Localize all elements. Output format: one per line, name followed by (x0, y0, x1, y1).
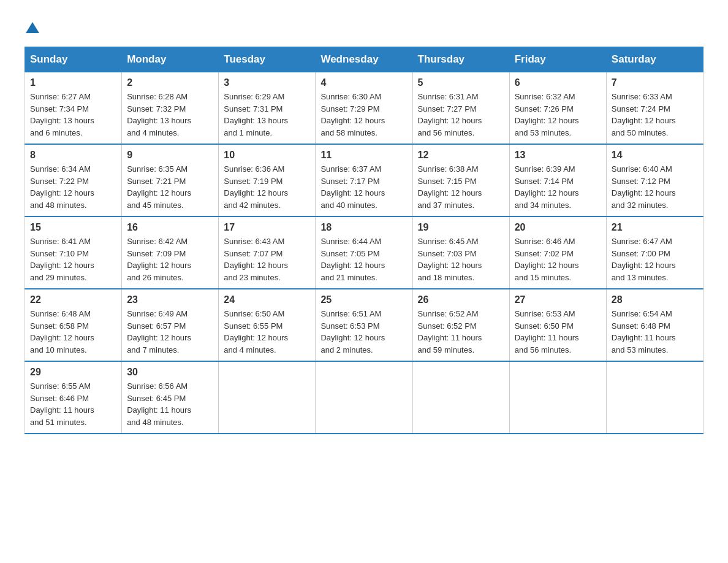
day-number: 29 (30, 367, 116, 378)
day-number: 24 (224, 294, 310, 305)
day-number: 14 (612, 150, 698, 161)
calendar-cell: 11Sunrise: 6:37 AMSunset: 7:17 PMDayligh… (316, 144, 412, 216)
calendar-cell: 20Sunrise: 6:46 AMSunset: 7:02 PMDayligh… (509, 216, 606, 289)
day-number: 1 (30, 77, 116, 88)
day-info: Sunrise: 6:41 AMSunset: 7:10 PMDaylight:… (30, 236, 116, 283)
calendar-cell: 10Sunrise: 6:36 AMSunset: 7:19 PMDayligh… (219, 144, 316, 216)
day-info: Sunrise: 6:31 AMSunset: 7:27 PMDaylight:… (418, 91, 504, 139)
day-info: Sunrise: 6:33 AMSunset: 7:24 PMDaylight:… (612, 91, 698, 139)
header-friday: Friday (509, 47, 606, 72)
calendar-cell (316, 361, 412, 434)
day-number: 6 (515, 77, 601, 88)
calendar-cell: 12Sunrise: 6:38 AMSunset: 7:15 PMDayligh… (412, 144, 509, 216)
calendar-cell: 24Sunrise: 6:50 AMSunset: 6:55 PMDayligh… (219, 289, 316, 361)
day-info: Sunrise: 6:44 AMSunset: 7:05 PMDaylight:… (320, 236, 407, 283)
calendar-cell: 22Sunrise: 6:48 AMSunset: 6:58 PMDayligh… (25, 289, 122, 361)
day-number: 3 (224, 77, 310, 88)
calendar-cell: 30Sunrise: 6:56 AMSunset: 6:45 PMDayligh… (122, 361, 219, 434)
day-info: Sunrise: 6:43 AMSunset: 7:07 PMDaylight:… (224, 236, 310, 283)
day-info: Sunrise: 6:30 AMSunset: 7:29 PMDaylight:… (320, 91, 407, 139)
header-row: SundayMondayTuesdayWednesdayThursdayFrid… (25, 47, 703, 72)
day-info: Sunrise: 6:36 AMSunset: 7:19 PMDaylight:… (224, 163, 310, 211)
calendar-cell: 23Sunrise: 6:49 AMSunset: 6:57 PMDayligh… (122, 289, 219, 361)
logo-triangle-icon (26, 21, 39, 34)
day-number: 10 (224, 150, 310, 161)
header-saturday: Saturday (606, 47, 703, 72)
calendar-header: SundayMondayTuesdayWednesdayThursdayFrid… (25, 47, 703, 72)
day-number: 19 (418, 222, 504, 233)
page-header (25, 18, 703, 34)
day-number: 4 (320, 77, 407, 88)
day-info: Sunrise: 6:48 AMSunset: 6:58 PMDaylight:… (30, 308, 116, 356)
calendar-cell: 1Sunrise: 6:27 AMSunset: 7:34 PMDaylight… (25, 72, 122, 145)
calendar-cell: 16Sunrise: 6:42 AMSunset: 7:09 PMDayligh… (122, 216, 219, 289)
day-number: 13 (515, 150, 601, 161)
day-number: 26 (418, 294, 504, 305)
day-number: 11 (320, 150, 407, 161)
header-thursday: Thursday (412, 47, 509, 72)
calendar-cell: 6Sunrise: 6:32 AMSunset: 7:26 PMDaylight… (509, 72, 606, 145)
svg-marker-0 (26, 22, 39, 33)
day-info: Sunrise: 6:47 AMSunset: 7:00 PMDaylight:… (612, 236, 698, 283)
day-info: Sunrise: 6:52 AMSunset: 6:52 PMDaylight:… (418, 308, 504, 356)
day-number: 9 (127, 150, 213, 161)
day-number: 5 (418, 77, 504, 88)
calendar-cell: 15Sunrise: 6:41 AMSunset: 7:10 PMDayligh… (25, 216, 122, 289)
calendar-cell: 26Sunrise: 6:52 AMSunset: 6:52 PMDayligh… (412, 289, 509, 361)
day-number: 25 (320, 294, 407, 305)
header-monday: Monday (122, 47, 219, 72)
week-row-2: 8Sunrise: 6:34 AMSunset: 7:22 PMDaylight… (25, 144, 703, 216)
day-number: 15 (30, 222, 116, 233)
calendar-cell: 17Sunrise: 6:43 AMSunset: 7:07 PMDayligh… (219, 216, 316, 289)
day-number: 22 (30, 294, 116, 305)
calendar-body: 1Sunrise: 6:27 AMSunset: 7:34 PMDaylight… (25, 72, 703, 434)
header-tuesday: Tuesday (219, 47, 316, 72)
calendar-cell: 2Sunrise: 6:28 AMSunset: 7:32 PMDaylight… (122, 72, 219, 145)
day-info: Sunrise: 6:50 AMSunset: 6:55 PMDaylight:… (224, 308, 310, 356)
calendar-cell: 19Sunrise: 6:45 AMSunset: 7:03 PMDayligh… (412, 216, 509, 289)
day-number: 27 (515, 294, 601, 305)
calendar-cell: 18Sunrise: 6:44 AMSunset: 7:05 PMDayligh… (316, 216, 412, 289)
day-info: Sunrise: 6:34 AMSunset: 7:22 PMDaylight:… (30, 163, 116, 211)
calendar-cell: 7Sunrise: 6:33 AMSunset: 7:24 PMDaylight… (606, 72, 703, 145)
calendar-cell: 3Sunrise: 6:29 AMSunset: 7:31 PMDaylight… (219, 72, 316, 145)
calendar-cell: 5Sunrise: 6:31 AMSunset: 7:27 PMDaylight… (412, 72, 509, 145)
calendar-cell: 25Sunrise: 6:51 AMSunset: 6:53 PMDayligh… (316, 289, 412, 361)
day-number: 2 (127, 77, 213, 88)
day-number: 7 (612, 77, 698, 88)
day-info: Sunrise: 6:56 AMSunset: 6:45 PMDaylight:… (127, 380, 213, 428)
day-number: 20 (515, 222, 601, 233)
calendar-cell: 21Sunrise: 6:47 AMSunset: 7:00 PMDayligh… (606, 216, 703, 289)
calendar-cell: 4Sunrise: 6:30 AMSunset: 7:29 PMDaylight… (316, 72, 412, 145)
week-row-1: 1Sunrise: 6:27 AMSunset: 7:34 PMDaylight… (25, 72, 703, 145)
logo (25, 18, 39, 34)
day-info: Sunrise: 6:45 AMSunset: 7:03 PMDaylight:… (418, 236, 504, 283)
day-number: 18 (320, 222, 407, 233)
calendar-cell (509, 361, 606, 434)
day-number: 21 (612, 222, 698, 233)
day-number: 16 (127, 222, 213, 233)
day-info: Sunrise: 6:49 AMSunset: 6:57 PMDaylight:… (127, 308, 213, 356)
calendar-cell: 9Sunrise: 6:35 AMSunset: 7:21 PMDaylight… (122, 144, 219, 216)
day-number: 30 (127, 367, 213, 378)
day-number: 8 (30, 150, 116, 161)
calendar-cell: 14Sunrise: 6:40 AMSunset: 7:12 PMDayligh… (606, 144, 703, 216)
day-info: Sunrise: 6:35 AMSunset: 7:21 PMDaylight:… (127, 163, 213, 211)
day-number: 12 (418, 150, 504, 161)
day-info: Sunrise: 6:54 AMSunset: 6:48 PMDaylight:… (612, 308, 698, 356)
calendar-cell (412, 361, 509, 434)
day-info: Sunrise: 6:28 AMSunset: 7:32 PMDaylight:… (127, 91, 213, 139)
day-info: Sunrise: 6:29 AMSunset: 7:31 PMDaylight:… (224, 91, 310, 139)
header-sunday: Sunday (25, 47, 122, 72)
calendar-cell: 29Sunrise: 6:55 AMSunset: 6:46 PMDayligh… (25, 361, 122, 434)
calendar-cell: 8Sunrise: 6:34 AMSunset: 7:22 PMDaylight… (25, 144, 122, 216)
day-info: Sunrise: 6:53 AMSunset: 6:50 PMDaylight:… (515, 308, 601, 356)
calendar-cell: 28Sunrise: 6:54 AMSunset: 6:48 PMDayligh… (606, 289, 703, 361)
day-info: Sunrise: 6:27 AMSunset: 7:34 PMDaylight:… (30, 91, 116, 139)
header-wednesday: Wednesday (316, 47, 412, 72)
day-info: Sunrise: 6:38 AMSunset: 7:15 PMDaylight:… (418, 163, 504, 211)
day-number: 17 (224, 222, 310, 233)
day-info: Sunrise: 6:37 AMSunset: 7:17 PMDaylight:… (320, 163, 407, 211)
calendar-table: SundayMondayTuesdayWednesdayThursdayFrid… (25, 47, 703, 434)
week-row-3: 15Sunrise: 6:41 AMSunset: 7:10 PMDayligh… (25, 216, 703, 289)
